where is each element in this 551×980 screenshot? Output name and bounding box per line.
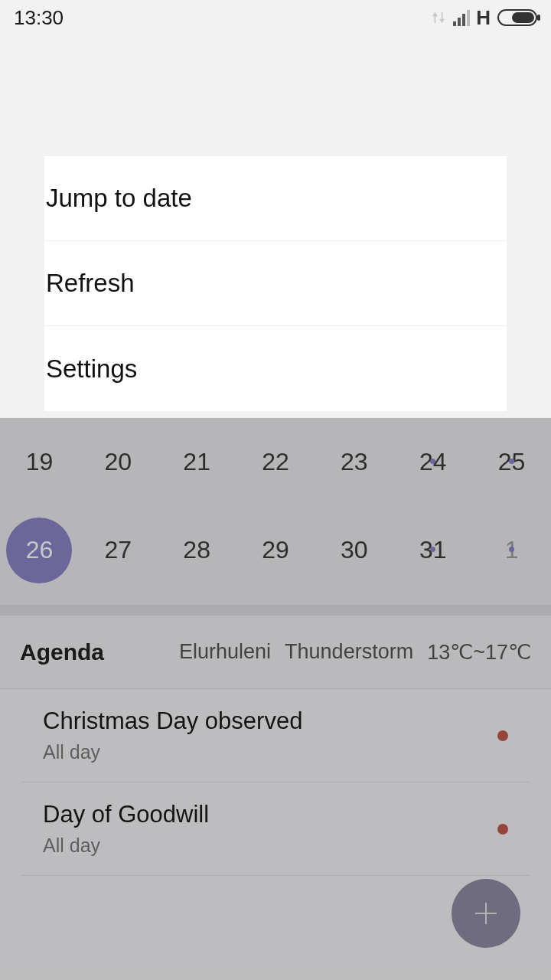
calendar-day-number: 22 (262, 448, 289, 476)
calendar-day[interactable]: 1 (472, 536, 551, 564)
agenda-item[interactable]: Christmas Day observedAll day (21, 689, 530, 782)
calendar-day-number: 29 (262, 536, 289, 564)
menu-item-jump-to-date[interactable]: Jump to date (44, 156, 507, 241)
calendar-day[interactable]: 30 (315, 536, 393, 564)
menu-item-label: Settings (46, 354, 137, 384)
calendar-divider (0, 605, 551, 616)
calendar-day[interactable]: 27 (79, 536, 158, 564)
status-time: 13:30 (14, 6, 64, 30)
event-dot-icon (509, 547, 514, 552)
calendar-day-number: 26 (26, 536, 54, 564)
data-arrows-icon (430, 9, 447, 26)
calendar-day[interactable]: 21 (158, 448, 236, 476)
agenda-header: Agenda Elurhuleni Thunderstorm 13℃~17℃ (0, 616, 551, 689)
calendar-day-number: 30 (341, 536, 368, 564)
calendar-day-number: 28 (183, 536, 210, 564)
weather-temp: 13℃~17℃ (427, 640, 531, 665)
weather-location: Elurhuleni (179, 640, 271, 665)
calendar-color-dot-icon (497, 824, 508, 835)
status-bar: 13:30 H (0, 0, 551, 35)
calendar-day-number: 21 (183, 448, 210, 476)
calendar-day-number: 19 (26, 448, 54, 476)
menu-item-settings[interactable]: Settings (44, 326, 507, 411)
agenda-item-title: Day of Goodwill (43, 801, 209, 828)
weather-summary[interactable]: Elurhuleni Thunderstorm 13℃~17℃ (179, 640, 531, 665)
calendar-day-number: 23 (341, 448, 368, 476)
calendar-day[interactable]: 20 (79, 448, 158, 476)
agenda-item[interactable]: Day of GoodwillAll day (21, 782, 530, 876)
weather-condition: Thunderstorm (285, 640, 413, 665)
network-type: H (476, 6, 491, 30)
calendar-day-number: 20 (104, 448, 132, 476)
calendar-day[interactable]: 19 (0, 448, 79, 476)
agenda-item-title: Christmas Day observed (43, 707, 302, 735)
status-right: H (430, 6, 537, 30)
menu-item-refresh[interactable]: Refresh (44, 241, 507, 326)
calendar-day[interactable]: 24 (393, 448, 472, 476)
battery-icon (497, 9, 537, 26)
add-event-button[interactable] (452, 879, 520, 948)
event-dot-icon (509, 459, 514, 464)
agenda-title: Agenda (20, 639, 104, 665)
calendar-grid[interactable]: 19202122232425 2627282930311 (0, 418, 551, 605)
agenda-item-subtitle: All day (43, 835, 209, 857)
plus-icon (471, 898, 501, 929)
calendar-day[interactable]: 22 (236, 448, 315, 476)
calendar-color-dot-icon (497, 730, 508, 741)
menu-item-label: Jump to date (46, 184, 192, 213)
menu-item-label: Refresh (46, 269, 135, 298)
calendar-day-selected[interactable]: 26 (0, 536, 79, 564)
calendar-day[interactable]: 25 (472, 448, 551, 476)
calendar-day[interactable]: 29 (236, 536, 315, 564)
calendar-day-number: 27 (104, 536, 132, 564)
agenda-item-subtitle: All day (43, 741, 302, 763)
calendar-day[interactable]: 31 (393, 536, 472, 564)
calendar-day[interactable]: 28 (158, 536, 236, 564)
overflow-menu: Jump to date Refresh Settings (44, 155, 507, 411)
signal-icon (453, 9, 470, 26)
calendar-day[interactable]: 23 (315, 448, 393, 476)
